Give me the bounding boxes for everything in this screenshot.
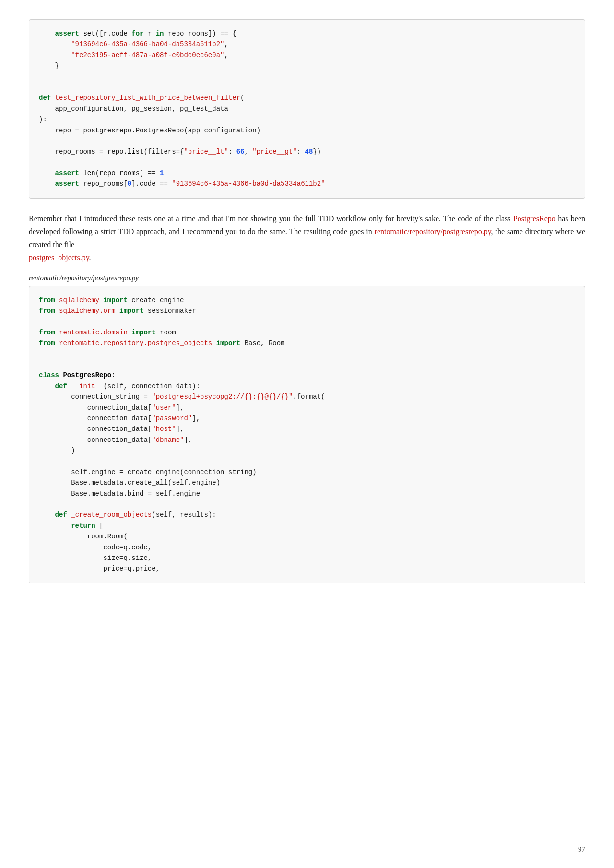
file2-link: postgres_objects.py [29, 253, 89, 262]
file-label: rentomatic/repository/postgresrepo.py [29, 274, 585, 282]
file1-link: rentomatic/repository/postgresrepo.py [375, 227, 491, 236]
first-code-block: assert set([r.code for r in repo_rooms])… [29, 19, 585, 199]
postgres-repo-classname: PostgresRepo [513, 214, 555, 223]
prose-paragraph: Remember that I introduced these tests o… [29, 212, 585, 264]
prose-text-1: Remember that I introduced these tests o… [29, 214, 513, 223]
prose-text-4: . [89, 253, 91, 262]
second-code-block: from sqlalchemy import create_engine fro… [29, 286, 585, 583]
